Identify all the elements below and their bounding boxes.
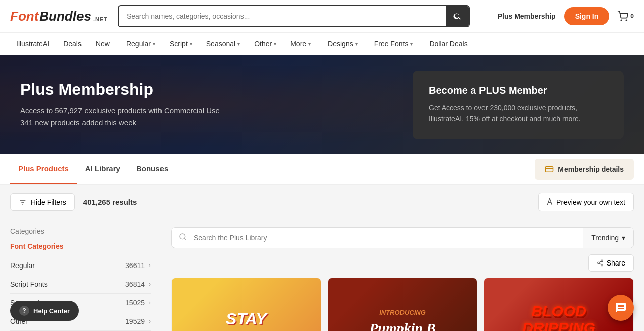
- search-input[interactable]: [119, 12, 446, 20]
- membership-icon: [545, 165, 554, 174]
- category-row-script-fonts[interactable]: Script Fonts 36814 ›: [10, 275, 151, 294]
- hero-content-left: Plus Membership Access to 567,927 exclus…: [20, 80, 220, 129]
- hero-card-title: Become a PLUS Member: [429, 85, 608, 96]
- preview-icon: A: [547, 197, 552, 207]
- product-area: Trending ▾ Share STAYRETRO INTRODUCING: [161, 219, 644, 331]
- font-grid: STAYRETRO INTRODUCING Pumpkin B Fun Farm…: [171, 278, 634, 331]
- nav-free-fonts[interactable]: Free Fonts ▾: [368, 33, 419, 55]
- font-card-1[interactable]: STAYRETRO: [171, 278, 321, 331]
- tabs-section: Plus Products AI Library Bonuses Members…: [0, 154, 644, 185]
- category-count: 36611: [125, 261, 145, 270]
- nav-other[interactable]: Other ▾: [248, 33, 282, 55]
- chevron-down-icon: ▾: [190, 41, 192, 47]
- main-search-bar: [118, 5, 470, 27]
- filter-icon: [19, 198, 27, 206]
- nav-illustrateai[interactable]: IllustrateAI: [10, 33, 55, 55]
- nav-seasonal[interactable]: Seasonal ▾: [200, 33, 246, 55]
- svg-line-13: [599, 261, 601, 262]
- chevron-down-icon: ▾: [622, 234, 625, 242]
- logo-net-text: .NET: [93, 16, 108, 22]
- nav-divider-2: [319, 39, 319, 49]
- chevron-down-icon: ▾: [237, 41, 240, 47]
- category-count: 19529: [125, 317, 145, 325]
- cart-icon[interactable]: 0: [617, 11, 634, 22]
- hide-filters-label: Hide Filters: [31, 198, 66, 206]
- svg-point-9: [601, 260, 603, 262]
- sort-dropdown[interactable]: Trending ▾: [583, 228, 633, 248]
- hero-subtitle-line2: 341 new products added this week: [20, 117, 220, 129]
- svg-point-0: [621, 20, 622, 21]
- help-center-button[interactable]: ? Help Center: [10, 301, 79, 321]
- category-count: 15025: [125, 299, 145, 307]
- font-categories-title: Font Categories: [10, 242, 151, 250]
- svg-rect-2: [546, 167, 553, 172]
- font-card-2[interactable]: INTRODUCING Pumpkin B Fun Farmhouse Font: [328, 278, 478, 331]
- library-search-row: Trending ▾: [171, 227, 634, 248]
- main-content: Categories Font Categories Regular 36611…: [0, 219, 644, 331]
- share-label: Share: [607, 259, 625, 267]
- sort-label: Trending: [591, 234, 619, 242]
- svg-point-10: [597, 262, 599, 264]
- category-row-regular[interactable]: Regular 36611 ›: [10, 256, 151, 275]
- chevron-right-icon: ›: [149, 281, 151, 288]
- tab-plus-products[interactable]: Plus Products: [10, 154, 77, 184]
- nav-designs[interactable]: Designs ▾: [321, 33, 364, 55]
- nav-new[interactable]: New: [90, 33, 116, 55]
- chevron-down-icon: ▾: [410, 41, 413, 47]
- hero-subtitle-line1: Access to 567,927 exclusive products wit…: [20, 105, 220, 117]
- nav-deals[interactable]: Deals: [57, 33, 88, 55]
- nav-dollar-deals[interactable]: Dollar Deals: [423, 33, 473, 55]
- font-card-2-text: Pumpkin B: [369, 320, 435, 331]
- nav-divider-3: [366, 39, 366, 49]
- plus-membership-link[interactable]: Plus Membership: [498, 12, 556, 20]
- preview-label: Preview your own text: [556, 198, 625, 206]
- share-icon: [597, 259, 604, 267]
- category-count: 36814: [125, 280, 145, 288]
- logo[interactable]: Font Bundles .NET: [10, 9, 108, 24]
- hero-card: Become a PLUS Member Get Access to over …: [413, 71, 624, 139]
- search-icon: [179, 233, 187, 241]
- svg-line-12: [599, 263, 601, 264]
- svg-point-1: [626, 20, 627, 21]
- membership-details-button[interactable]: Membership details: [535, 159, 634, 180]
- svg-point-11: [601, 264, 603, 266]
- main-nav: IllustrateAI Deals New Regular ▾ Script …: [0, 33, 644, 55]
- nav-divider-1: [118, 39, 118, 49]
- header: Font Bundles .NET Plus Membership Sign I…: [0, 0, 644, 33]
- share-row: Share: [171, 254, 634, 272]
- category-name: Script Fonts: [10, 280, 125, 288]
- categories-heading: Categories: [10, 227, 151, 235]
- chevron-down-icon: ▾: [308, 41, 311, 47]
- nav-divider-4: [421, 39, 421, 49]
- nav-more[interactable]: More ▾: [284, 33, 317, 55]
- svg-line-8: [184, 238, 186, 240]
- cart-count: 0: [630, 13, 634, 20]
- help-question-icon: ?: [19, 306, 29, 316]
- hide-filters-button[interactable]: Hide Filters: [10, 193, 75, 211]
- preview-own-text-button[interactable]: A Preview your own text: [538, 193, 634, 211]
- nav-regular[interactable]: Regular ▾: [120, 33, 162, 55]
- signin-button[interactable]: Sign In: [564, 7, 610, 25]
- chat-icon: [615, 302, 627, 314]
- help-center-label: Help Center: [33, 307, 70, 315]
- library-search-input[interactable]: [194, 228, 583, 248]
- tab-ai-library[interactable]: AI Library: [77, 154, 128, 184]
- hero-card-text: Get Access to over 230,000 exclusive pro…: [429, 102, 608, 125]
- chevron-right-icon: ›: [149, 262, 151, 269]
- search-button[interactable]: [446, 6, 469, 26]
- chevron-right-icon: ›: [149, 299, 151, 306]
- font-card-3-text: BLOODDRIPPINGFONT: [522, 303, 595, 331]
- filter-row: Hide Filters 401,265 results A Preview y…: [0, 185, 644, 219]
- chevron-down-icon: ▾: [355, 41, 358, 47]
- chevron-right-icon: ›: [149, 318, 151, 325]
- font-card-1-text: STAYRETRO: [218, 310, 274, 331]
- header-right: Plus Membership Sign In 0: [498, 7, 634, 25]
- shopping-cart-icon: [617, 11, 628, 22]
- share-button[interactable]: Share: [588, 254, 634, 272]
- chat-bubble[interactable]: [608, 295, 634, 321]
- library-search-icon: [172, 233, 194, 243]
- tab-list: Plus Products AI Library Bonuses: [10, 154, 535, 184]
- nav-script[interactable]: Script ▾: [164, 33, 198, 55]
- tab-bonuses[interactable]: Bonuses: [128, 154, 176, 184]
- logo-font-text: Font: [10, 9, 38, 24]
